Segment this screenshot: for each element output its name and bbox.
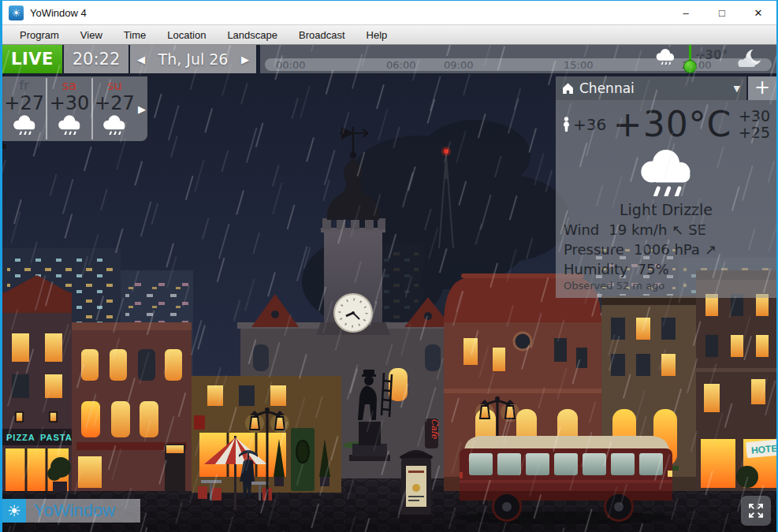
menu-broadcast[interactable]: Broadcast [299, 29, 345, 41]
menu-view[interactable]: View [80, 29, 102, 41]
timeline-marker-temp: +30° [695, 48, 728, 62]
date-navigator: ◀ Th, Jul 26 ▶ [130, 45, 256, 73]
menubar: Program View Time Location Landscape Bro… [2, 24, 776, 45]
hotel-building: HOTEL [696, 270, 776, 491]
day-label: sa [62, 79, 76, 93]
timeline[interactable]: 00:00 06:00 09:00 15:00 21:00 +30° [260, 45, 776, 73]
rain-cloud-icon [101, 113, 128, 135]
pressure-row: Pressure1006 hPa↗ [562, 241, 770, 258]
forecast-day-saturday[interactable]: sa +30 [47, 76, 91, 141]
app-icon: ☀ [9, 6, 24, 20]
brick-building [72, 322, 192, 491]
forecast-expand-button[interactable]: ▶ [136, 76, 147, 141]
window-title: YoWindow 4 [30, 7, 87, 19]
menu-program[interactable]: Program [20, 29, 59, 41]
close-button[interactable]: ✕ [740, 1, 776, 24]
home-icon [562, 83, 574, 94]
fullscreen-arrows-icon [744, 499, 768, 523]
advertising-column [400, 450, 433, 519]
toolbar: LIVE 20:22 ◀ Th, Jul 26 ▶ 00:00 06:00 09… [2, 45, 776, 73]
humidity-value: 75% [638, 261, 669, 277]
next-day-button[interactable]: ▶ [241, 54, 249, 65]
fullscreen-button[interactable] [741, 496, 771, 526]
rain-cloud-icon [654, 47, 676, 65]
day-temp: +30 [50, 93, 90, 113]
pressure-trend-arrow-icon: ↗ [705, 241, 717, 258]
feels-like: +36 [562, 115, 606, 134]
wind-value: 19 km/h [609, 221, 667, 238]
sun-icon: ☀ [2, 499, 26, 523]
person-icon [562, 117, 571, 132]
timeline-tick: 09:00 [444, 59, 473, 71]
add-location-button[interactable]: + [748, 76, 776, 100]
rain-cloud-icon [11, 113, 38, 135]
wind-row: Wind19 km/h↖ SE [562, 221, 770, 238]
minimize-button[interactable]: – [668, 1, 704, 24]
feels-like-value: +36 [573, 115, 606, 134]
high-low: +30 +25 [739, 108, 770, 141]
weather-details: +36 +30°C +30 +25 Light Drizzle Wind19 k… [556, 100, 776, 298]
logo-text: YoWindow [26, 499, 140, 523]
timeline-tick: 06:00 [386, 59, 415, 71]
low-temp: +25 [739, 124, 770, 141]
moon-cloud-icon [734, 49, 762, 68]
app-window: ☀ YoWindow 4 – □ ✕ Program View Time Loc… [0, 0, 778, 532]
wind-direction: SE [688, 221, 706, 238]
weather-panel: Chennai ▼ + +36 +30°C +30 [556, 76, 776, 298]
menu-time[interactable]: Time [124, 29, 146, 41]
current-temperature: +30°C [606, 104, 739, 144]
day-temp: +27 [4, 93, 44, 113]
pizza-building: PIZZA PASTA [2, 275, 73, 492]
live-button[interactable]: LIVE [2, 45, 62, 73]
timeline-tick: 15:00 [564, 59, 593, 71]
high-temp: +30 [739, 107, 770, 125]
rain-cloud-icon [635, 146, 697, 196]
humidity-label: Humidity [564, 261, 628, 277]
day-label: su [107, 79, 121, 93]
forecast-day-friday[interactable]: fr +27 [2, 76, 46, 141]
menu-landscape[interactable]: Landscape [227, 29, 277, 41]
clock-face [334, 294, 372, 332]
maximize-button[interactable]: □ [704, 1, 740, 24]
timeline-tick: 00:00 [276, 59, 305, 71]
pasta-sign-text: PASTA [40, 433, 73, 442]
cafe-sign-text: Cafe [430, 419, 440, 440]
pressure-value: 1006 hPa [634, 241, 700, 258]
titlebar: ☀ YoWindow 4 – □ ✕ [2, 1, 776, 24]
day-temp: +27 [95, 93, 135, 113]
condition-text: Light Drizzle [562, 201, 770, 218]
day-label: fr [20, 79, 29, 93]
wind-label: Wind [564, 221, 599, 238]
forecast-strip: fr +27 sa +30 su +27 ▶ [2, 76, 147, 141]
rain-cloud-icon [56, 113, 83, 135]
humidity-row: Humidity75% [562, 261, 770, 277]
wind-direction-arrow-icon: ↖ [672, 221, 683, 238]
window-controls: – □ ✕ [668, 1, 776, 24]
forecast-day-sunday[interactable]: su +27 [93, 76, 136, 141]
prev-day-button[interactable]: ◀ [137, 54, 145, 65]
chevron-down-icon[interactable]: ▼ [734, 84, 740, 94]
pizza-sign-text: PIZZA [6, 433, 35, 442]
cafe-sign: Cafe [425, 419, 440, 448]
current-time[interactable]: 20:22 [64, 45, 128, 73]
current-date: Th, Jul 26 [145, 50, 241, 68]
weather-scene: HOTEL [2, 45, 776, 532]
pressure-label: Pressure [564, 241, 624, 258]
location-name: Chennai [579, 80, 728, 96]
menu-location[interactable]: Location [167, 29, 206, 41]
menu-help[interactable]: Help [367, 29, 388, 41]
hotel-sign-text: HOTEL [750, 442, 776, 456]
observed-time: Observed 52 m ago [562, 280, 770, 292]
yowindow-logo[interactable]: ☀ YoWindow [2, 499, 140, 523]
location-selector[interactable]: Chennai ▼ [556, 76, 746, 100]
sun-icon: ☀ [12, 7, 21, 19]
